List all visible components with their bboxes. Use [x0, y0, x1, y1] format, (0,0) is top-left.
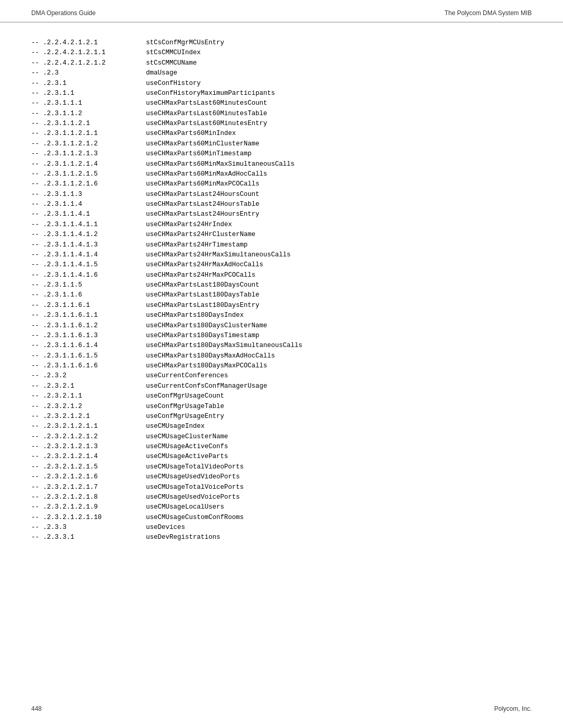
name-cell: dmaUsage — [146, 68, 177, 78]
table-row: -- .2.3.2.1.2.1.8useCMUsageUsedVoicePort… — [31, 492, 532, 502]
table-row: -- .2.3.1.1.2.1.6useCHMaxParts60MinMaxPC… — [31, 179, 532, 189]
table-row: -- .2.3.1.1.6.1.6useCHMaxParts180DaysMax… — [31, 361, 532, 371]
oid-cell: -- .2.3.1.1.6.1.2 — [31, 321, 146, 331]
name-cell: useCHMaxParts60MinClusterName — [146, 139, 260, 149]
oid-cell: -- .2.3.1.1.3 — [31, 190, 146, 200]
table-row: -- .2.3.1.1.4useCHMaxPartsLast24HoursTab… — [31, 200, 532, 209]
table-row: -- .2.3.2.1.2useConfMgrUsageTable — [31, 402, 532, 412]
oid-cell: -- .2.3.1.1.2.1.3 — [31, 149, 146, 159]
oid-cell: -- .2.3.3.1 — [31, 533, 146, 542]
oid-cell: -- .2.3.1.1.6.1.4 — [31, 341, 146, 351]
table-row: -- .2.3.2.1.2.1.6useCMUsageUsedVideoPort… — [31, 472, 532, 482]
name-cell: useCHMaxPartsLast180DaysEntry — [146, 301, 260, 311]
name-cell: useCurrentConferences — [146, 371, 228, 381]
oid-cell: -- .2.3.2.1.1 — [31, 391, 146, 401]
name-cell: useCHMaxPartsLast24HoursEntry — [146, 209, 260, 219]
name-cell: useCHMaxPartsLast24HoursCount — [146, 190, 260, 200]
name-cell: useCMUsageTotalVideoPorts — [146, 462, 244, 472]
oid-cell: -- .2.3.1.1.2.1.2 — [31, 139, 146, 149]
name-cell: useCHMaxParts24HrIndex — [146, 220, 232, 230]
table-row: -- .2.3.1useConfHistory — [31, 79, 532, 89]
oid-cell: -- .2.3.2.1.2.1.9 — [31, 502, 146, 512]
oid-cell: -- .2.3.1.1.2.1.5 — [31, 169, 146, 179]
oid-cell: -- .2.3.1.1.4.1 — [31, 209, 146, 219]
name-cell: useConfHistory — [146, 79, 201, 89]
name-cell: useCMUsageCustomConfRooms — [146, 513, 244, 523]
oid-cell: -- .2.3.1.1.2.1.1 — [31, 129, 146, 139]
oid-cell: -- .2.3.1.1.2.1.4 — [31, 159, 146, 169]
oid-cell: -- .2.3.1.1.4.1.2 — [31, 230, 146, 240]
table-row: -- .2.2.4.2.1.2.1.1stCsCMMCUIndex — [31, 48, 532, 58]
table-row: -- .2.3.1.1.2.1.4useCHMaxParts60MinMaxSi… — [31, 159, 532, 169]
name-cell: useCHMaxParts180DaysMaxAdHocCalls — [146, 351, 275, 361]
table-row: -- .2.3.1.1.4.1.5useCHMaxParts24HrMaxAdH… — [31, 260, 532, 270]
table-row: -- .2.3.2.1.2.1.10useCMUsageCustomConfRo… — [31, 513, 532, 523]
table-row: -- .2.3.2.1.2.1.7useCMUsageTotalVoicePor… — [31, 483, 532, 492]
name-cell: useCMUsageTotalVoicePorts — [146, 483, 244, 492]
name-cell: useCMUsageUsedVideoPorts — [146, 472, 240, 482]
table-row: -- .2.3.1.1.2.1.3useCHMaxParts60MinTimes… — [31, 149, 532, 159]
table-row: -- .2.3.2.1.2.1.1useCMUsageIndex — [31, 422, 532, 431]
table-row: -- .2.3.1.1.6.1useCHMaxPartsLast180DaysE… — [31, 301, 532, 311]
name-cell: useCHMaxPartsLast60MinutesEntry — [146, 119, 267, 129]
oid-cell: -- .2.3.1.1.4.1.6 — [31, 270, 146, 280]
oid-cell: -- .2.3.1.1.4.1.5 — [31, 260, 146, 270]
table-row: -- .2.3.1.1.6.1.2useCHMaxParts180DaysClu… — [31, 321, 532, 331]
name-cell: useCurrentConfsConfManagerUsage — [146, 381, 267, 391]
oid-cell: -- .2.3.1.1.4.1.1 — [31, 220, 146, 230]
table-row: -- .2.3.1.1.4.1.1useCHMaxParts24HrIndex — [31, 220, 532, 230]
oid-cell: -- .2.3.2.1.2.1.8 — [31, 492, 146, 502]
name-cell: useCMUsageIndex — [146, 422, 205, 431]
name-cell: useCHMaxParts60MinMaxAdHocCalls — [146, 169, 267, 179]
oid-cell: -- .2.3.1.1.6.1 — [31, 301, 146, 311]
oid-cell: -- .2.3.1.1.2 — [31, 109, 146, 119]
table-row: -- .2.2.4.2.1.2.1.2stCsCMMCUName — [31, 58, 532, 68]
name-cell: useCHMaxParts180DaysMaxPCOCalls — [146, 361, 267, 371]
table-row: -- .2.3.1.1.6.1.3useCHMaxParts180DaysTim… — [31, 331, 532, 341]
oid-cell: -- .2.2.4.2.1.2.1.2 — [31, 58, 146, 68]
header-right: The Polycom DMA System MIB — [445, 9, 532, 17]
table-row: -- .2.3.3useDevices — [31, 523, 532, 533]
table-row: -- .2.3.2useCurrentConferences — [31, 371, 532, 381]
table-row: -- .2.3.2.1useCurrentConfsConfManagerUsa… — [31, 381, 532, 391]
oid-cell: -- .2.3.1.1.4 — [31, 200, 146, 209]
name-cell: useCHMaxParts60MinMaxSimultaneousCalls — [146, 159, 295, 169]
name-cell: useConfMgrUsageTable — [146, 402, 224, 412]
name-cell: useConfHistoryMaximumParticipants — [146, 89, 275, 98]
name-cell: useCHMaxParts60MinTimestamp — [146, 149, 252, 159]
table-row: -- .2.3.2.1.2.1useConfMgrUsageEntry — [31, 412, 532, 422]
table-row: -- .2.3.1.1.4.1.2useCHMaxParts24HrCluste… — [31, 230, 532, 240]
footer-company: Polycom, Inc. — [494, 705, 532, 712]
name-cell: useCHMaxPartsLast24HoursTable — [146, 200, 260, 209]
table-row: -- .2.3.1.1.4.1.3useCHMaxParts24HrTimest… — [31, 240, 532, 250]
mib-table: -- .2.2.4.2.1.2.1stCsConfMgrMCUsEntry-- … — [31, 38, 532, 543]
table-row: -- .2.3.1.1.2.1.5useCHMaxParts60MinMaxAd… — [31, 169, 532, 179]
table-row: -- .2.3.1.1.3useCHMaxPartsLast24HoursCou… — [31, 190, 532, 200]
name-cell: useCHMaxPartsLast180DaysTable — [146, 290, 260, 300]
table-row: -- .2.3dmaUsage — [31, 68, 532, 78]
oid-cell: -- .2.3.2.1 — [31, 381, 146, 391]
table-row: -- .2.3.1.1.4.1.4useCHMaxParts24HrMaxSim… — [31, 250, 532, 260]
name-cell: useCHMaxPartsLast180DaysCount — [146, 280, 260, 290]
table-row: -- .2.3.2.1.2.1.3useCMUsageActiveConfs — [31, 442, 532, 452]
table-row: -- .2.3.1.1.2.1.1useCHMaxParts60MinIndex — [31, 129, 532, 139]
oid-cell: -- .2.3.2.1.2 — [31, 402, 146, 412]
oid-cell: -- .2.3.1.1.5 — [31, 280, 146, 290]
name-cell: useCHMaxParts180DaysTimestamp — [146, 331, 260, 341]
oid-cell: -- .2.3.2.1.2.1.10 — [31, 513, 146, 523]
table-row: -- .2.3.1.1.6useCHMaxPartsLast180DaysTab… — [31, 290, 532, 300]
name-cell: useConfMgrUsageEntry — [146, 412, 224, 422]
oid-cell: -- .2.3.1.1.2.1.6 — [31, 179, 146, 189]
oid-cell: -- .2.3.1.1.6.1.3 — [31, 331, 146, 341]
name-cell: useCHMaxParts24HrMaxAdHocCalls — [146, 260, 263, 270]
name-cell: useCHMaxParts60MinMaxPCOCalls — [146, 179, 260, 189]
name-cell: stCsConfMgrMCUsEntry — [146, 38, 224, 48]
table-row: -- .2.3.2.1.2.1.5useCMUsageTotalVideoPor… — [31, 462, 532, 472]
table-row: -- .2.3.3.1useDevRegistrations — [31, 533, 532, 542]
oid-cell: -- .2.3.2.1.2.1.5 — [31, 462, 146, 472]
table-row: -- .2.3.1.1.6.1.1useCHMaxParts180DaysInd… — [31, 311, 532, 320]
table-row: -- .2.3.1.1.2.1.2useCHMaxParts60MinClust… — [31, 139, 532, 149]
page-header: DMA Operations Guide The Polycom DMA Sys… — [0, 0, 563, 22]
oid-cell: -- .2.3.2.1.2.1.4 — [31, 452, 146, 462]
table-row: -- .2.3.1.1.5useCHMaxPartsLast180DaysCou… — [31, 280, 532, 290]
